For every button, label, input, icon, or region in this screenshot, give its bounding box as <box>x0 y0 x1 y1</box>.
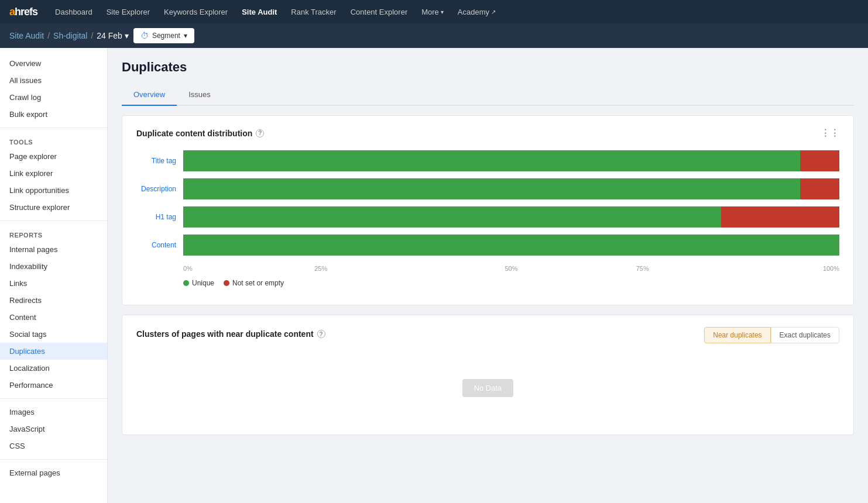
sidebar-item-all-issues[interactable]: All issues <box>0 72 107 89</box>
bar-container-content <box>183 235 839 256</box>
clusters-help-icon[interactable]: ? <box>317 330 325 338</box>
breadcrumb-date[interactable]: 24 Feb ▾ <box>97 31 129 40</box>
bar-label-description[interactable]: Description <box>136 185 183 193</box>
sidebar: Overview All issues Crawl log Bulk expor… <box>0 48 108 503</box>
bar-green-title-tag <box>183 150 800 171</box>
sidebar-item-social-tags[interactable]: Social tags <box>0 326 107 343</box>
chart-area-content <box>183 235 839 256</box>
sidebar-item-javascript[interactable]: JavaScript <box>0 421 107 437</box>
sidebar-item-crawl-log[interactable]: Crawl log <box>0 89 107 106</box>
legend-item-not-set: Not set or empty <box>224 279 284 287</box>
sidebar-item-indexability[interactable]: Indexability <box>0 258 107 275</box>
sidebar-divider-4 <box>0 459 107 460</box>
x-tick-75: 75% <box>577 265 708 272</box>
bar-label-h1-tag[interactable]: H1 tag <box>136 213 183 221</box>
logo-white: hrefs <box>15 6 37 18</box>
sidebar-item-duplicates[interactable]: Duplicates <box>0 343 107 360</box>
legend-label-not-set: Not set or empty <box>232 279 284 287</box>
legend-item-unique: Unique <box>183 279 214 287</box>
nav-more[interactable]: More ▾ <box>416 4 450 20</box>
tabs: Overview Issues <box>122 84 854 106</box>
segment-icon: ⏱ <box>140 31 149 40</box>
bar-green-content <box>183 235 839 256</box>
logo[interactable]: ahrefs <box>9 6 37 18</box>
nav-academy[interactable]: Academy ↗ <box>452 4 502 20</box>
breadcrumb-site-audit[interactable]: Site Audit <box>9 31 44 40</box>
sidebar-item-link-opportunities[interactable]: Link opportunities <box>0 182 107 199</box>
clusters-card: Clusters of pages with near duplicate co… <box>122 315 854 435</box>
nav-rank-tracker[interactable]: Rank Tracker <box>285 4 342 20</box>
segment-label: Segment <box>152 32 180 40</box>
nav-keywords-explorer[interactable]: Keywords Explorer <box>158 4 234 20</box>
nav-more-label: More <box>421 8 439 16</box>
breadcrumb-sep1: / <box>47 31 50 40</box>
breadcrumb-sep2: / <box>91 31 93 40</box>
chart-card: Duplicate content distribution ? ⋮⋮ Titl… <box>122 115 854 305</box>
sidebar-divider-2 <box>0 221 107 221</box>
legend-dot-unique <box>183 280 189 286</box>
x-tick-100: 100% <box>708 265 839 272</box>
bar-label-title-tag[interactable]: Title tag <box>136 157 183 165</box>
tab-overview[interactable]: Overview <box>122 84 177 106</box>
sidebar-item-images[interactable]: Images <box>0 404 107 421</box>
bar-red-h1-tag <box>721 206 839 228</box>
exact-duplicates-btn[interactable]: Exact duplicates <box>771 327 839 343</box>
chart-section-title: Duplicate content distribution ? ⋮⋮ <box>136 128 839 139</box>
bar-chart: Title tag Description <box>136 150 839 293</box>
segment-button[interactable]: ⏱ Segment ▾ <box>133 28 194 43</box>
breadcrumb: Site Audit / Sh-digital / 24 Feb ▾ <box>9 31 129 40</box>
sidebar-item-css[interactable]: CSS <box>0 437 107 454</box>
top-nav: ahrefs Dashboard Site Explorer Keywords … <box>0 0 868 23</box>
x-tick-25: 25% <box>314 265 445 272</box>
layout: Overview All issues Crawl log Bulk expor… <box>0 48 868 503</box>
sidebar-tools-label: Tools <box>0 133 107 148</box>
sidebar-item-links[interactable]: Links <box>0 275 107 292</box>
tab-issues[interactable]: Issues <box>177 84 222 106</box>
sidebar-item-redirects[interactable]: Redirects <box>0 292 107 309</box>
sidebar-divider-1 <box>0 128 107 128</box>
bar-row-title-tag: Title tag <box>136 150 839 171</box>
bar-row-content: Content <box>136 235 839 256</box>
sidebar-item-bulk-export[interactable]: Bulk export <box>0 106 107 123</box>
sidebar-item-performance[interactable]: Performance <box>0 377 107 394</box>
near-duplicates-btn[interactable]: Near duplicates <box>704 327 770 343</box>
nav-content-explorer[interactable]: Content Explorer <box>345 4 414 20</box>
chart-grid-icon[interactable]: ⋮⋮ <box>821 128 839 139</box>
bar-row-h1-tag: H1 tag <box>136 206 839 228</box>
bar-container-h1-tag <box>183 206 839 228</box>
nav-academy-label: Academy <box>458 8 489 16</box>
bar-label-content[interactable]: Content <box>136 241 183 249</box>
blurred-area: No Data <box>136 353 839 423</box>
bar-red-title-tag <box>800 150 839 171</box>
sidebar-item-link-explorer[interactable]: Link explorer <box>0 165 107 182</box>
page-title: Duplicates <box>122 60 854 75</box>
sidebar-item-localization[interactable]: Localization <box>0 360 107 377</box>
legend-dot-not-set <box>224 280 229 286</box>
main-content: Duplicates Overview Issues Duplicate con… <box>108 48 868 503</box>
chart-legend: Unique Not set or empty <box>183 279 839 287</box>
nav-site-audit[interactable]: Site Audit <box>236 4 283 20</box>
clusters-toggle-group: Near duplicates Exact duplicates <box>704 327 839 343</box>
bar-row-description: Description <box>136 178 839 199</box>
sidebar-item-page-explorer[interactable]: Page explorer <box>0 148 107 165</box>
bar-green-description <box>183 178 800 199</box>
sidebar-item-overview[interactable]: Overview <box>0 55 107 72</box>
segment-arrow: ▾ <box>184 32 187 40</box>
chart-title-text: Duplicate content distribution <box>136 129 252 138</box>
sidebar-item-content[interactable]: Content <box>0 309 107 326</box>
nav-dashboard[interactable]: Dashboard <box>49 4 98 20</box>
nav-site-explorer[interactable]: Site Explorer <box>101 4 156 20</box>
clusters-title: Clusters of pages with near duplicate co… <box>136 329 325 339</box>
chart-help-icon[interactable]: ? <box>256 129 264 137</box>
sidebar-item-external-pages[interactable]: External pages <box>0 464 107 481</box>
x-tick-0: 0% <box>183 265 314 272</box>
external-link-icon: ↗ <box>491 9 496 15</box>
sidebar-divider-3 <box>0 398 107 399</box>
no-data-button[interactable]: No Data <box>462 379 514 397</box>
sidebar-item-structure-explorer[interactable]: Structure explorer <box>0 199 107 216</box>
bar-container-description <box>183 178 839 199</box>
sidebar-item-internal-pages[interactable]: Internal pages <box>0 241 107 258</box>
chart-area-title-tag <box>183 150 839 171</box>
chart-area-h1-tag <box>183 206 839 228</box>
breadcrumb-sh-digital[interactable]: Sh-digital <box>53 31 87 40</box>
